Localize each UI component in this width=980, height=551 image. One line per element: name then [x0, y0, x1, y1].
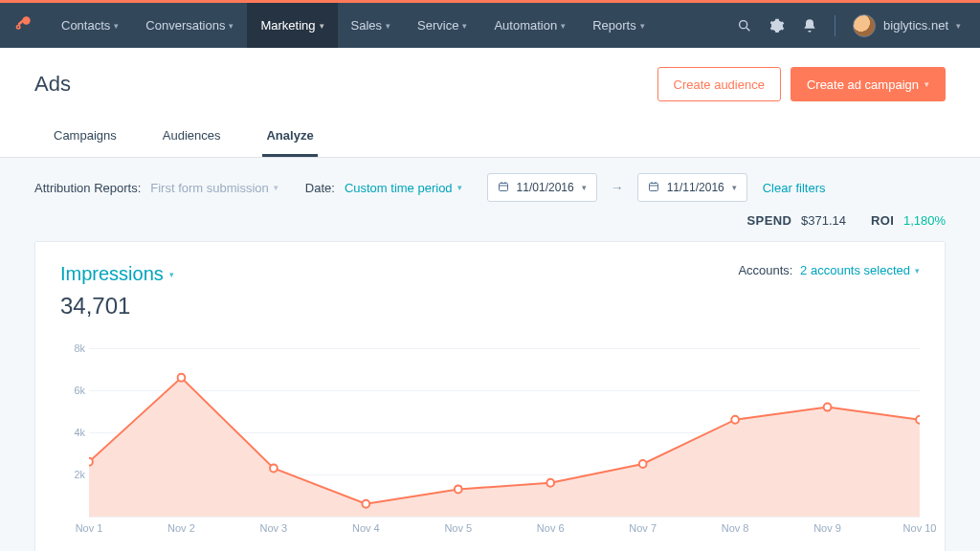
chart-point[interactable] — [546, 479, 554, 487]
chart-point[interactable] — [178, 374, 186, 382]
x-tick-label: Nov 9 — [813, 522, 841, 534]
nav-item-label: Automation — [494, 18, 557, 33]
tab-audiences[interactable]: Audiences — [159, 121, 225, 157]
svg-rect-9 — [649, 183, 657, 190]
x-tick-label: Nov 1 — [76, 522, 103, 534]
roi-value: 1,180% — [903, 213, 946, 228]
calendar-icon — [498, 181, 509, 195]
impressions-card: Impressions ▾ 34,701 Accounts: 2 account… — [34, 241, 946, 551]
chart-point[interactable] — [731, 416, 739, 424]
nav-item-label: Service — [417, 18, 458, 33]
tab-campaigns[interactable]: Campaigns — [50, 121, 121, 157]
chevron-down-icon: ▾ — [956, 21, 961, 31]
account-label: biglytics.net — [883, 18, 948, 33]
chart-plot — [89, 348, 920, 517]
nav-item-marketing[interactable]: Marketing▾ — [247, 3, 337, 48]
bell-icon[interactable] — [802, 18, 817, 33]
page-title: Ads — [34, 72, 71, 97]
spend-metric: SPEND $371.14 — [747, 213, 846, 228]
chevron-down-icon: ▾ — [732, 183, 737, 192]
nav-item-label: Marketing — [260, 18, 315, 33]
chart-point[interactable] — [639, 460, 647, 468]
card-header: Impressions ▾ 34,701 Accounts: 2 account… — [60, 263, 920, 320]
nav-items: Contacts▾Conversations▾Marketing▾Sales▾S… — [48, 3, 658, 48]
page-actions: Create audience Create ad campaign ▾ — [657, 67, 946, 101]
chevron-down-icon: ▾ — [229, 21, 234, 31]
nav-item-conversations[interactable]: Conversations▾ — [132, 3, 247, 48]
chevron-down-icon: ▾ — [386, 21, 390, 31]
hubspot-logo[interactable] — [0, 13, 48, 37]
metric-value: 34,701 — [60, 293, 174, 320]
select-value: Custom time period — [345, 181, 453, 195]
x-tick-label: Nov 3 — [260, 522, 288, 534]
chevron-down-icon: ▾ — [462, 21, 467, 31]
nav-item-reports[interactable]: Reports▾ — [579, 3, 658, 48]
nav-item-contacts[interactable]: Contacts▾ — [48, 3, 132, 48]
nav-item-label: Reports — [592, 18, 636, 33]
date-from-picker[interactable]: 11/01/2016 ▾ — [487, 173, 597, 202]
select-value: First form submission — [150, 181, 269, 195]
tab-analyze[interactable]: Analyze — [262, 121, 317, 157]
search-icon[interactable] — [737, 18, 752, 33]
y-tick-label: 4k — [74, 427, 85, 438]
chart-point[interactable] — [455, 485, 462, 493]
sprocket-icon — [14, 13, 33, 37]
summary-metrics: SPEND $371.14 ROI 1,180% — [0, 209, 980, 237]
account-menu[interactable]: biglytics.net ▾ — [853, 14, 961, 37]
button-label: Create audience — [674, 77, 765, 92]
nav-divider — [835, 15, 835, 36]
tabs: CampaignsAudiencesAnalyze — [0, 111, 980, 158]
date-mode-select[interactable]: Custom time period ▾ — [345, 181, 462, 195]
chevron-down-icon: ▾ — [320, 21, 324, 31]
accounts-select[interactable]: 2 accounts selected ▾ — [800, 263, 920, 277]
svg-point-2 — [17, 26, 20, 29]
x-tick-label: Nov 7 — [629, 522, 657, 534]
nav-item-label: Contacts — [61, 18, 110, 33]
metric-block: Impressions ▾ 34,701 — [60, 263, 174, 320]
attr-reports-select[interactable]: First form submission ▾ — [150, 181, 278, 195]
chevron-down-icon: ▾ — [924, 79, 929, 89]
spend-value: $371.14 — [801, 213, 846, 228]
chart-y-axis: 2k4k6k8k — [60, 348, 89, 517]
x-tick-label: Nov 6 — [537, 522, 565, 534]
avatar — [853, 14, 876, 37]
button-label: Create ad campaign — [807, 77, 919, 92]
x-tick-label: Nov 4 — [352, 522, 380, 534]
chart-point[interactable] — [362, 500, 369, 508]
svg-point-3 — [740, 20, 747, 28]
metric-selector[interactable]: Impressions ▾ — [60, 263, 174, 285]
date-to-picker[interactable]: 11/11/2016 ▾ — [637, 173, 747, 202]
page: Ads Create audience Create ad campaign ▾… — [0, 48, 980, 158]
clear-filters-link[interactable]: Clear filters — [763, 181, 826, 195]
create-audience-button[interactable]: Create audience — [657, 67, 781, 101]
chart-point[interactable] — [824, 404, 832, 411]
impressions-chart: 2k4k6k8k Nov 1Nov 2Nov 3Nov 4Nov 5Nov 6N… — [60, 348, 920, 540]
attr-reports-label: Attribution Reports: — [34, 181, 141, 195]
x-tick-label: Nov 10 — [903, 522, 937, 534]
chevron-down-icon: ▾ — [169, 270, 174, 279]
nav-right: biglytics.net ▾ — [737, 3, 980, 48]
chevron-down-icon: ▾ — [457, 183, 462, 192]
chart-point[interactable] — [270, 464, 278, 472]
filter-bar: Attribution Reports: First form submissi… — [0, 158, 980, 209]
global-nav: Contacts▾Conversations▾Marketing▾Sales▾S… — [0, 3, 980, 48]
chevron-down-icon: ▾ — [640, 21, 645, 31]
nav-item-label: Sales — [351, 18, 383, 33]
chevron-down-icon: ▾ — [274, 183, 278, 192]
date-label: Date: — [305, 181, 335, 195]
nav-item-service[interactable]: Service▾ — [404, 3, 480, 48]
chart-point[interactable] — [89, 458, 93, 466]
create-ad-campaign-button[interactable]: Create ad campaign ▾ — [791, 67, 946, 101]
nav-item-automation[interactable]: Automation▾ — [480, 3, 579, 48]
chart-point[interactable] — [916, 416, 920, 424]
y-tick-label: 8k — [74, 342, 85, 354]
svg-rect-5 — [499, 183, 507, 190]
nav-item-sales[interactable]: Sales▾ — [338, 3, 405, 48]
accounts-filter: Accounts: 2 accounts selected ▾ — [738, 263, 920, 277]
chevron-down-icon: ▾ — [561, 21, 566, 31]
metric-name-label: Impressions — [60, 263, 164, 285]
accounts-value: 2 accounts selected — [800, 263, 910, 277]
gear-icon[interactable] — [769, 18, 785, 33]
chevron-down-icon: ▾ — [582, 183, 587, 192]
x-tick-label: Nov 2 — [167, 522, 195, 534]
